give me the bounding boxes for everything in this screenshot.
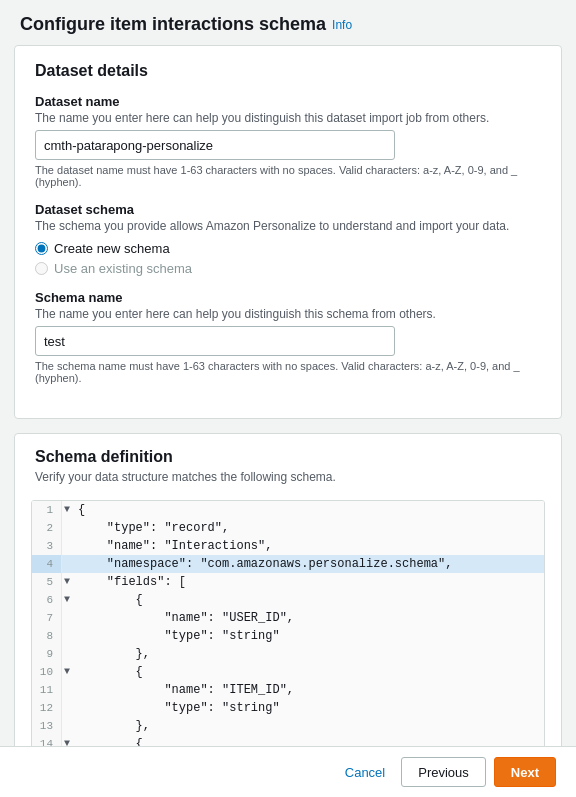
code-line: 11 "name": "ITEM_ID",: [32, 681, 544, 699]
dataset-name-validation: The dataset name must have 1-63 characte…: [35, 164, 541, 188]
schema-definition-header: Schema definition Verify your data struc…: [15, 434, 561, 500]
fold-arrow: [62, 699, 74, 717]
line-content: "namespace": "com.amazonaws.personalize.…: [74, 555, 452, 573]
next-button[interactable]: Next: [494, 757, 556, 787]
fold-arrow: [62, 717, 74, 735]
line-number: 2: [32, 519, 62, 537]
fold-arrow: [62, 537, 74, 555]
schema-name-group: Schema name The name you enter here can …: [35, 290, 541, 384]
schema-definition-title: Schema definition: [35, 448, 541, 466]
fold-arrow: [62, 681, 74, 699]
schema-definition-card: Schema definition Verify your data struc…: [14, 433, 562, 797]
schema-radio-group: Create new schema Use an existing schema: [35, 241, 541, 276]
schema-name-validation: The schema name must have 1-63 character…: [35, 360, 541, 384]
fold-arrow: ▼: [62, 573, 74, 591]
use-existing-schema-option[interactable]: Use an existing schema: [35, 261, 541, 276]
code-line: 7 "name": "USER_ID",: [32, 609, 544, 627]
line-content: },: [74, 645, 150, 663]
line-content: "name": "USER_ID",: [74, 609, 294, 627]
page-title: Configure item interactions schema: [20, 14, 326, 35]
schema-name-hint: The name you enter here can help you dis…: [35, 307, 541, 321]
code-line: 1▼{: [32, 501, 544, 519]
line-content: {: [74, 663, 143, 681]
code-line: 13 },: [32, 717, 544, 735]
line-number: 6: [32, 591, 62, 609]
dataset-schema-group: Dataset schema The schema you provide al…: [35, 202, 541, 276]
footer-bar: Cancel Previous Next: [0, 746, 576, 797]
line-content: "type": "record",: [74, 519, 229, 537]
page-header: Configure item interactions schema Info: [0, 0, 576, 45]
fold-arrow: [62, 555, 74, 573]
line-content: "type": "string": [74, 627, 280, 645]
dataset-name-hint: The name you enter here can help you dis…: [35, 111, 541, 125]
fold-arrow: [62, 645, 74, 663]
code-line: 4 "namespace": "com.amazonaws.personaliz…: [32, 555, 544, 573]
fold-arrow: [62, 609, 74, 627]
page-info-link[interactable]: Info: [332, 18, 352, 32]
code-line: 9 },: [32, 645, 544, 663]
schema-definition-subtext: Verify your data structure matches the f…: [35, 470, 541, 484]
create-new-schema-label: Create new schema: [54, 241, 170, 256]
code-line: 12 "type": "string": [32, 699, 544, 717]
dataset-details-card: Dataset details Dataset name The name yo…: [14, 45, 562, 419]
line-number: 11: [32, 681, 62, 699]
dataset-name-label: Dataset name: [35, 94, 541, 109]
code-line: 5▼ "fields": [: [32, 573, 544, 591]
line-number: 4: [32, 555, 62, 573]
line-content: {: [74, 591, 143, 609]
dataset-name-group: Dataset name The name you enter here can…: [35, 94, 541, 188]
line-number: 9: [32, 645, 62, 663]
create-new-schema-option[interactable]: Create new schema: [35, 241, 541, 256]
schema-name-input[interactable]: [35, 326, 395, 356]
line-number: 8: [32, 627, 62, 645]
cancel-button[interactable]: Cancel: [337, 757, 393, 787]
fold-arrow: [62, 519, 74, 537]
line-content: "name": "Interactions",: [74, 537, 272, 555]
line-number: 5: [32, 573, 62, 591]
line-number: 13: [32, 717, 62, 735]
create-new-schema-radio[interactable]: [35, 242, 48, 255]
line-number: 10: [32, 663, 62, 681]
fold-arrow: ▼: [62, 501, 74, 519]
fold-arrow: [62, 627, 74, 645]
line-content: "type": "string": [74, 699, 280, 717]
dataset-details-title: Dataset details: [35, 62, 541, 80]
fold-arrow: ▼: [62, 663, 74, 681]
fold-arrow: ▼: [62, 591, 74, 609]
dataset-schema-hint: The schema you provide allows Amazon Per…: [35, 219, 541, 233]
line-content: "fields": [: [74, 573, 186, 591]
line-content: {: [74, 501, 85, 519]
line-number: 7: [32, 609, 62, 627]
schema-name-label: Schema name: [35, 290, 541, 305]
line-number: 12: [32, 699, 62, 717]
line-content: "name": "ITEM_ID",: [74, 681, 294, 699]
code-line: 2 "type": "record",: [32, 519, 544, 537]
use-existing-schema-radio[interactable]: [35, 262, 48, 275]
dataset-schema-label: Dataset schema: [35, 202, 541, 217]
dataset-name-input[interactable]: [35, 130, 395, 160]
use-existing-schema-label: Use an existing schema: [54, 261, 192, 276]
code-line: 6▼ {: [32, 591, 544, 609]
code-line: 10▼ {: [32, 663, 544, 681]
line-number: 1: [32, 501, 62, 519]
line-content: },: [74, 717, 150, 735]
code-line: 3 "name": "Interactions",: [32, 537, 544, 555]
line-number: 3: [32, 537, 62, 555]
code-line: 8 "type": "string": [32, 627, 544, 645]
previous-button[interactable]: Previous: [401, 757, 486, 787]
